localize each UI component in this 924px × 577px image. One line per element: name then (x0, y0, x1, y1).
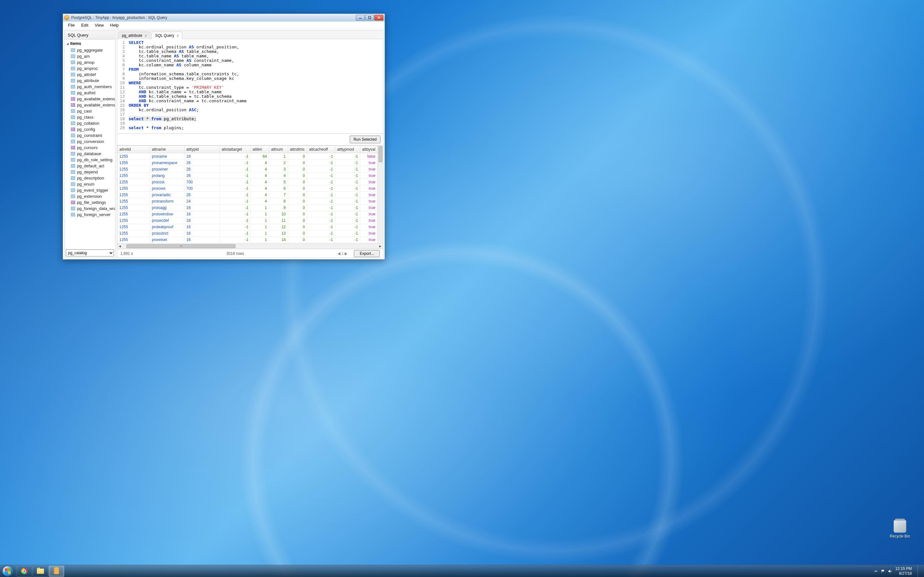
column-header[interactable]: attnum (269, 146, 288, 153)
table-row[interactable]: 1255proisagg16-1190-1-1true (118, 205, 378, 211)
table-row[interactable]: 1255prosecdef16-11110-1-1true (118, 218, 378, 224)
maximize-button[interactable] (365, 15, 374, 21)
column-header[interactable]: attcacheoff (307, 146, 335, 153)
table-row[interactable]: 1255provariadic26-1470-1-1true (118, 192, 378, 198)
taskbar[interactable]: 12:15 PM 8/27/18 (0, 565, 924, 577)
tree-item[interactable]: pg_available_extension (65, 102, 115, 108)
table-cell: 0 (288, 192, 307, 198)
column-header[interactable]: attrelid (118, 146, 150, 153)
tree-item[interactable]: pg_event_trigger (65, 187, 115, 193)
tree-item[interactable]: pg_attrdef (65, 71, 115, 77)
tree-item[interactable]: pg_foreign_data_wrap (65, 205, 115, 211)
tray-flag-icon[interactable] (881, 569, 885, 574)
menu-edit[interactable]: Edit (79, 22, 91, 28)
taskbar-chrome[interactable] (17, 566, 32, 577)
table-row[interactable]: 1255procost700-1450-1-1true (118, 179, 378, 185)
table-cell: false (360, 153, 377, 160)
editor-tab[interactable]: pg_attributex (118, 32, 150, 39)
table-row[interactable]: 1255proowner26-1430-1-1true (118, 166, 378, 172)
tree-item[interactable]: pg_enum (65, 181, 115, 187)
tree-item[interactable]: pg_extension (65, 193, 115, 199)
table-cell: 0 (288, 166, 307, 172)
table-row[interactable]: 1255proisstrict16-11130-1-1true (118, 230, 378, 237)
table-row[interactable]: 1255proleakproof16-11120-1-1true (118, 224, 378, 230)
tree-item-label: pg_cast (77, 109, 92, 113)
show-desktop-button[interactable] (918, 565, 921, 577)
tree-item[interactable]: pg_am (65, 53, 115, 59)
tray-arrow-icon[interactable] (874, 569, 878, 574)
titlebar[interactable]: PostgreSQL : TinyApp : tinyapp_productio… (63, 14, 384, 21)
column-header[interactable]: attbyval (360, 146, 377, 153)
tree-root[interactable]: Items (65, 40, 115, 47)
table-row[interactable]: 1255prolang26-1440-1-1true (118, 172, 378, 179)
tree-item[interactable]: pg_collation (65, 120, 115, 126)
column-header[interactable]: atttypmod (335, 146, 360, 153)
column-header[interactable]: attndims (288, 146, 307, 153)
table-row[interactable]: 1255proname19-16410-1-1false (118, 153, 378, 160)
tree-item[interactable]: pg_attribute (65, 77, 115, 84)
tree-item[interactable]: pg_amop (65, 59, 115, 65)
taskbar-app[interactable] (49, 566, 64, 577)
tree-item[interactable]: pg_database (65, 151, 115, 157)
scrollbar-thumb[interactable] (379, 146, 383, 162)
menu-file[interactable]: File (65, 22, 78, 28)
tree-item[interactable]: pg_db_role_setting (65, 157, 115, 163)
run-selected-button[interactable]: Run Selected (350, 135, 381, 143)
tree-item[interactable]: pg_file_settings (65, 199, 115, 205)
scroll-right-arrow[interactable]: ▶ (378, 243, 383, 249)
close-button[interactable] (375, 15, 383, 21)
tree-item[interactable]: pg_default_acl (65, 163, 115, 169)
tab-close-icon[interactable]: x (145, 33, 147, 38)
column-header[interactable]: atttypid (184, 146, 220, 153)
table-row[interactable]: 1255pronamespace26-1420-1-1true (118, 160, 378, 166)
tree-item-label: pg_description (77, 176, 104, 181)
editor-tab[interactable]: SQL Queryx (152, 32, 182, 39)
menu-help[interactable]: Help (107, 22, 121, 28)
table-row[interactable]: 1255proiswindow16-11100-1-1true (118, 211, 378, 218)
scrollbar-thumb[interactable] (126, 244, 236, 248)
table-icon (71, 158, 75, 161)
schema-select[interactable]: pg_catalog (66, 250, 114, 256)
tree-item[interactable]: pg_cast (65, 108, 115, 114)
tree-item[interactable]: pg_conversion (65, 139, 115, 145)
table-row[interactable]: 1255proretset16-11140-1-1true (118, 237, 378, 243)
taskbar-clock[interactable]: 12:15 PM 8/27/18 (895, 566, 912, 576)
tree-item[interactable]: pg_description (65, 175, 115, 181)
menu-view[interactable]: View (92, 22, 106, 28)
tree-item[interactable]: pg_foreign_server (65, 211, 115, 218)
editor-code[interactable]: SELECT kc.ordinal_position AS ordinal_po… (127, 39, 383, 133)
export-button[interactable]: Export... (354, 250, 380, 257)
tree-item[interactable]: pg_class (65, 114, 115, 120)
minimize-button[interactable] (356, 15, 365, 21)
horizontal-scrollbar[interactable]: ◀ ▶ (117, 243, 383, 249)
svg-rect-1 (368, 16, 371, 19)
taskbar-explorer[interactable] (33, 566, 48, 577)
table-cell: proname (150, 153, 184, 160)
tab-close-icon[interactable]: x (177, 33, 179, 38)
results-grid[interactable]: attrelidattnameatttypidattstattargetattl… (117, 145, 378, 243)
start-button[interactable] (0, 565, 15, 577)
table-row[interactable]: 1255prorows700-1460-1-1true (118, 185, 378, 192)
tree-item[interactable]: pg_aggregate (65, 47, 115, 53)
tree-item[interactable]: pg_auth_members (65, 84, 115, 90)
tree-item[interactable]: pg_amproc (65, 65, 115, 71)
recycle-bin[interactable]: Recycle Bin (889, 520, 911, 538)
table-cell: true (360, 218, 377, 224)
tree-item[interactable]: pg_authid (65, 90, 115, 96)
tray-volume-icon[interactable] (888, 569, 892, 574)
column-header[interactable]: attlen (250, 146, 269, 153)
table-cell: 7 (269, 192, 288, 198)
column-header[interactable]: attstattarget (220, 146, 250, 153)
table-row[interactable]: 1255protransform24-1480-1-1true (118, 198, 378, 205)
column-header[interactable]: attname (150, 146, 184, 153)
tree-item[interactable]: pg_constraint (65, 132, 115, 139)
tree-item[interactable]: pg_available_extension (65, 96, 115, 102)
sql-editor[interactable]: 1234567891011121314151617181920 SELECT k… (117, 39, 383, 134)
tree-item[interactable]: pg_depend (65, 169, 115, 175)
table-cell: -1 (335, 211, 360, 218)
tree-item[interactable]: pg_config (65, 126, 115, 132)
table-cell: -1 (220, 211, 250, 218)
vertical-scrollbar[interactable] (378, 145, 383, 243)
tree-item[interactable]: pg_cursors (65, 145, 115, 151)
scroll-left-arrow[interactable]: ◀ (117, 243, 123, 249)
